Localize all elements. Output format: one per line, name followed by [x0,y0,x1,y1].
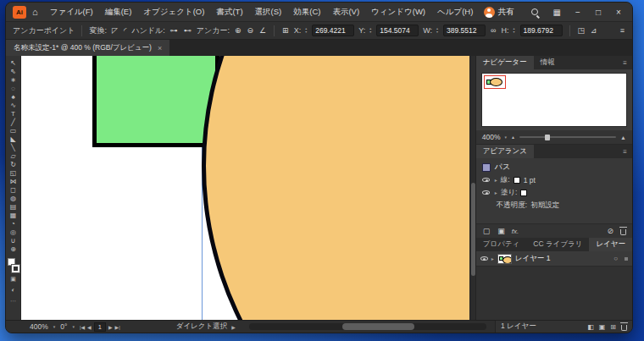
next-artboard-icon[interactable]: ▶ [108,324,113,330]
share-button[interactable]: 共有 [484,7,514,18]
eyedropper-tool[interactable]: ◔ [11,220,15,228]
width-tool[interactable]: ⋈ [10,178,17,186]
isolate-icon[interactable]: ⊿ [590,26,598,35]
menu-view[interactable]: 表示(V) [326,7,365,18]
convert-corner-icon[interactable]: ◸ [111,26,119,35]
selection-tool[interactable]: ↖ [10,59,16,68]
appearance-stroke-row[interactable]: ▸ 線: 1 pt [476,173,632,186]
search-icon[interactable] [531,8,538,15]
shape-builder-tool[interactable]: ◍ [10,195,16,203]
layer-name[interactable]: レイヤー 1 [515,254,551,264]
green-rectangle-shape[interactable] [92,56,219,147]
navigator-zoom-slider-thumb[interactable] [545,135,550,140]
fill-swatch[interactable] [520,190,527,196]
w-field[interactable]: 389.5512 [443,25,486,36]
free-transform-tool[interactable]: ◻ [10,186,16,195]
mesh-tool[interactable]: ▦ [10,212,17,220]
remove-anchor-icon[interactable]: ⊖ [246,26,254,35]
stroke-color-swatch[interactable] [12,265,19,272]
menu-effect[interactable]: 効果(C) [287,7,326,18]
zoom-dropdown-icon[interactable]: ▾ [53,324,56,329]
zoom-out-icon[interactable]: ▲ [511,135,515,140]
document-tab[interactable]: 名称未設定-1* @ 400 % (RGB/プレビュー) × [6,40,169,56]
x-field[interactable]: 269.4221 [312,25,354,36]
hide-handles-icon[interactable]: ⊷ [183,26,192,35]
add-anchor-icon[interactable]: ⊕ [234,26,242,35]
rotation-dropdown-icon[interactable]: ▾ [72,324,75,329]
tab-cc-libraries[interactable]: CC ライブラリ [526,238,589,251]
appearance-opacity-row[interactable]: 不透明度: 初期設定 [476,199,632,212]
screen-mode-icon[interactable]: ◐ [11,286,14,294]
tab-navigator[interactable]: ナビゲーター [476,56,534,69]
layer-row[interactable]: ▸ レイヤー 1 ○ [476,251,632,267]
opacity-value[interactable]: 初期設定 [530,201,559,211]
close-button[interactable]: × [608,3,629,21]
appearance-fill-row[interactable]: ▸ 塗り: [476,186,632,199]
blend-tool[interactable]: ◎ [10,228,16,237]
orange-ellipse-shape[interactable] [202,56,475,320]
stroke-weight-value[interactable]: 1 pt [524,176,536,184]
new-stroke-icon[interactable]: ▢ [482,227,491,235]
zoom-in-icon[interactable]: ▲ [620,135,626,140]
h-field[interactable]: 189.6792 [520,25,563,36]
delete-appearance-icon[interactable] [620,229,626,235]
last-artboard-icon[interactable]: ▶| [115,324,120,330]
curvature-tool[interactable]: ∿ [10,102,16,110]
zoom-level-value[interactable]: 400% [30,322,48,331]
status-menu-icon[interactable]: ▶ [231,324,236,330]
layer-target-icon[interactable]: ○ [613,255,618,262]
new-sublayer-icon[interactable]: ▣ [599,323,606,331]
tab-properties[interactable]: プロパティ [476,238,527,251]
navigator-zoom-slider[interactable] [519,136,616,138]
tab-appearance[interactable]: アピアランス [476,145,534,158]
stroke-swatch[interactable] [514,177,520,184]
new-fill-icon[interactable]: ▣ [497,227,506,235]
y-field[interactable]: 154.5074 [376,25,419,36]
type-tool[interactable]: T [11,110,15,118]
gradient-tool[interactable]: ▤ [10,203,17,212]
artboard-canvas[interactable] [21,56,475,320]
menu-type[interactable]: 書式(T) [210,7,248,18]
cut-path-icon[interactable]: ∠ [258,26,267,35]
y-stepper[interactable]: ▴▾ [369,27,371,35]
layer-expand-chevron-icon[interactable]: ▸ [491,256,494,261]
control-panel-menu-icon[interactable]: ≡ [619,26,625,35]
menu-select[interactable]: 選択(S) [249,7,288,18]
link-dimensions-icon[interactable]: ∞ [490,26,497,35]
vertical-scrollbar[interactable] [469,56,475,320]
direct-selection-tool[interactable]: ⇖ [10,68,16,76]
horizontal-scrollbar-thumb[interactable] [342,323,414,330]
line-segment-tool[interactable]: ╱ [11,118,15,127]
stroke-visibility-eye-icon[interactable] [482,178,490,182]
pen-tool[interactable]: ♠ [11,93,14,102]
tab-layers[interactable]: レイヤー [589,238,632,251]
chevron-right-icon[interactable]: ▸ [495,190,497,195]
delete-layer-icon[interactable] [621,325,627,331]
navigator-zoom-caret-icon[interactable]: ▾ [505,135,508,140]
tab-info[interactable]: 情報 [534,56,562,69]
transform-icon[interactable]: ◳ [577,26,586,35]
h-stepper[interactable]: ▴▾ [513,27,514,35]
previous-artboard-icon[interactable]: ◀ [87,324,92,330]
home-icon[interactable]: ⌂ [32,8,38,17]
artboard-number-field[interactable]: 1 [94,322,106,332]
make-mask-icon[interactable]: ◧ [587,323,594,331]
workspace-switcher-icon[interactable]: ▦ [553,8,561,17]
clear-appearance-icon[interactable]: ⊘ [606,227,614,235]
zoom-tool[interactable]: ⊕ [10,245,16,254]
rotation-value[interactable]: 0° [60,322,67,331]
convert-smooth-icon[interactable]: ◜ [123,26,128,35]
eraser-tool[interactable]: ▱ [10,152,15,161]
menu-edit[interactable]: 編集(E) [99,7,138,18]
rectangle-tool[interactable]: ▭ [10,127,17,135]
horizontal-scrollbar[interactable] [249,323,486,330]
edit-toolbar-icon[interactable]: ⋯ [10,297,16,305]
layer-visibility-eye-icon[interactable] [480,256,488,261]
magic-wand-tool[interactable]: ∗ [10,76,16,85]
show-handles-icon[interactable]: ⊶ [169,26,179,35]
menu-window[interactable]: ウィンドウ(W) [365,7,431,18]
navigator-view-proxy[interactable] [484,75,506,89]
navigator-panel-menu-icon[interactable]: ≡ [618,56,632,69]
fill-visibility-eye-icon[interactable] [482,190,490,195]
hand-tool[interactable]: ∪ [11,237,16,245]
